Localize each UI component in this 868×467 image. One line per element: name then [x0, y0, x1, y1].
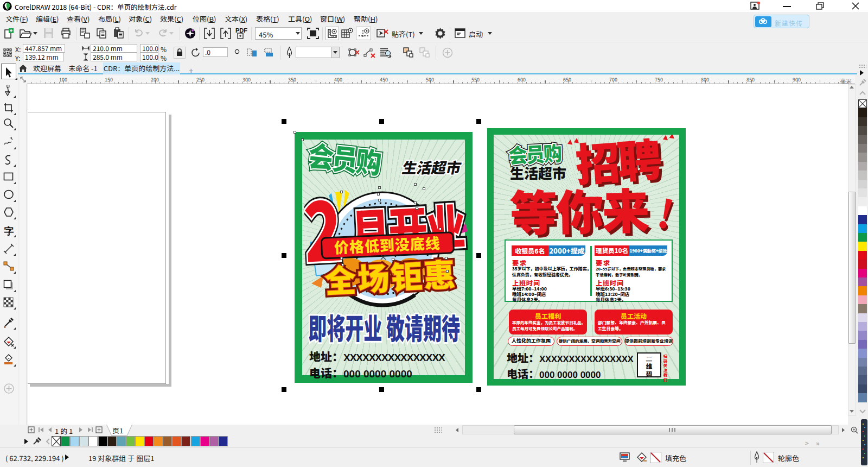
svg-text:即将开业 敬请期待: 即将开业 敬请期待	[308, 310, 460, 348]
svg-text:等你来: 等你来	[509, 173, 650, 243]
svg-text:生活超市: 生活超市	[400, 156, 463, 178]
svg-text:会员购: 会员购	[307, 140, 383, 181]
svg-text:全场钜惠: 全场钜惠	[323, 249, 458, 302]
